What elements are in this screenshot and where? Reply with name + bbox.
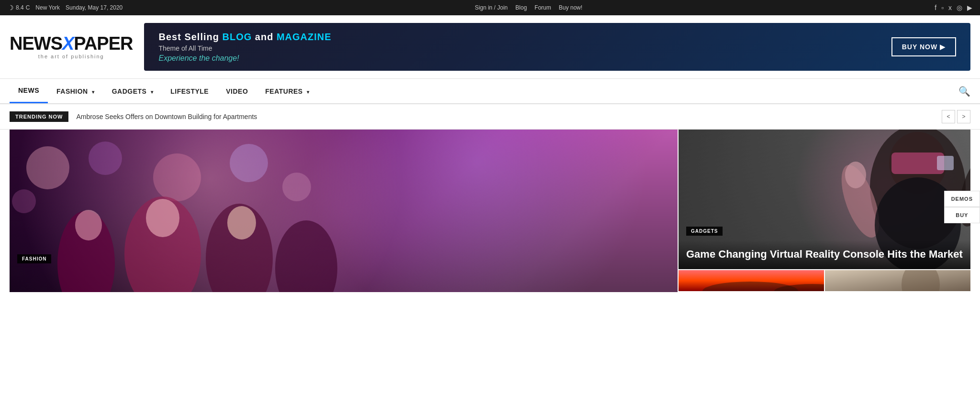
svg-point-1 xyxy=(89,142,122,175)
instagram-icon[interactable]: ▫ xyxy=(941,4,944,11)
trending-next-button[interactable]: > xyxy=(957,110,970,123)
svg-point-11 xyxy=(146,199,179,237)
ad-tagline: Experience the change! xyxy=(158,54,331,63)
logo-part1: NEWS xyxy=(10,33,62,54)
svg-point-9 xyxy=(275,220,337,292)
trending-bar: TRENDING NOW Ambrose Seeks Offers on Dow… xyxy=(0,104,980,130)
featured-right: GADGETS Game Changing Virtual Reality Co… xyxy=(679,130,970,292)
svg-point-0 xyxy=(26,146,69,189)
blog-link[interactable]: Blog xyxy=(515,4,527,11)
logo-part2: PAPER xyxy=(74,33,133,54)
bottom-thumb-1[interactable] xyxy=(679,270,824,291)
vr-article[interactable]: GADGETS Game Changing Virtual Reality Co… xyxy=(679,130,970,269)
nav-item-lifestyle[interactable]: LIFESTYLE xyxy=(162,80,217,103)
svg-point-3 xyxy=(230,144,268,182)
top-bar-left: ☽ 8.4 C New York Sunday, May 17, 2020 xyxy=(8,4,122,11)
svg-point-12 xyxy=(227,206,256,240)
logo-area: NEWSXPAPER the art of publishing xyxy=(10,34,133,59)
ad-text: Best Selling BLOG and MAGAZINE Theme of … xyxy=(158,32,331,63)
temperature: 8.4 xyxy=(16,4,24,11)
nav-items: NEWS FASHION ▾ GADGETS ▾ LIFESTYLE VIDEO… xyxy=(10,79,318,103)
demos-button[interactable]: DEMOS xyxy=(944,191,980,207)
sky-svg xyxy=(679,270,824,291)
svg-point-26 xyxy=(902,270,940,291)
date: Sunday, May 17, 2020 xyxy=(66,4,122,11)
svg-rect-17 xyxy=(937,156,954,170)
temp-unit: C xyxy=(26,4,30,11)
top-bar-center: Sign in / Join Blog Forum Buy now! xyxy=(475,4,582,11)
location: New York xyxy=(35,4,60,11)
gadgets-chevron: ▾ xyxy=(151,89,154,95)
trending-text: Ambrose Seeks Offers on Downtown Buildin… xyxy=(76,113,934,120)
bottom-thumbnails xyxy=(679,270,970,291)
weather-badge: ☽ 8.4 C xyxy=(8,4,30,11)
side-buttons: DEMOS BUY xyxy=(944,191,980,223)
facebook-icon[interactable]: f xyxy=(935,4,936,11)
svg-point-5 xyxy=(12,189,36,213)
ad-magazine-highlight: MAGAZINE xyxy=(277,32,332,42)
bottom-thumb-2[interactable] xyxy=(825,270,970,291)
ad-banner: Best Selling BLOG and MAGAZINE Theme of … xyxy=(144,23,970,71)
signin-link[interactable]: Sign in / Join xyxy=(475,4,508,11)
nav-item-news[interactable]: NEWS xyxy=(10,79,48,103)
top-bar-social: f ▫ x ◎ ▶ xyxy=(935,4,972,11)
party-image xyxy=(10,130,678,292)
vimeo-icon[interactable]: ◎ xyxy=(957,4,962,11)
header: NEWSXPAPER the art of publishing Best Se… xyxy=(0,15,980,78)
nav-item-fashion[interactable]: FASHION ▾ xyxy=(48,80,103,103)
top-bar: ☽ 8.4 C New York Sunday, May 17, 2020 Si… xyxy=(0,0,980,15)
trending-prev-button[interactable]: < xyxy=(942,110,955,123)
buy-now-link[interactable]: Buy now! xyxy=(559,4,582,11)
sky-image xyxy=(679,270,824,291)
ad-blog-highlight: BLOG xyxy=(223,32,252,42)
svg-point-10 xyxy=(75,210,102,240)
ad-main-text: Best Selling BLOG and MAGAZINE xyxy=(158,32,331,43)
vr-article-title: Game Changing Virtual Reality Console Hi… xyxy=(686,248,963,261)
nav-item-features[interactable]: FEATURES ▾ xyxy=(256,80,318,103)
trending-badge: TRENDING NOW xyxy=(10,111,68,122)
weather-icon: ☽ xyxy=(8,4,14,11)
ad-line1a: Best Selling xyxy=(158,32,222,42)
vr-article-title-overlay: Game Changing Virtual Reality Console Hi… xyxy=(679,240,970,269)
logo[interactable]: NEWSXPAPER xyxy=(10,34,133,53)
logo-x: X xyxy=(62,33,74,54)
youtube-icon[interactable]: ▶ xyxy=(967,4,972,11)
svg-point-4 xyxy=(282,173,311,201)
main-content: FASHION xyxy=(0,130,980,292)
ad-line1c: and xyxy=(252,32,277,42)
trending-nav: < > xyxy=(942,110,970,123)
svg-point-2 xyxy=(153,153,201,201)
person2-image xyxy=(825,270,970,291)
twitter-icon[interactable]: x xyxy=(948,4,952,11)
search-button[interactable]: 🔍 xyxy=(958,86,970,97)
svg-rect-16 xyxy=(891,153,944,174)
person2-svg xyxy=(825,270,970,291)
fashion-chevron: ▾ xyxy=(92,89,95,95)
ad-sub-text: Theme of All Time xyxy=(158,44,331,52)
forum-link[interactable]: Forum xyxy=(535,4,551,11)
left-article-category: FASHION xyxy=(17,254,51,263)
features-chevron: ▾ xyxy=(307,89,310,95)
vr-article-category: GADGETS xyxy=(686,227,723,236)
svg-rect-25 xyxy=(825,270,970,291)
main-nav: NEWS FASHION ▾ GADGETS ▾ LIFESTYLE VIDEO… xyxy=(0,78,980,104)
buy-button[interactable]: BUY xyxy=(944,207,980,223)
ad-buy-button[interactable]: BUY NOW xyxy=(891,37,956,56)
nav-item-video[interactable]: VIDEO xyxy=(217,80,256,103)
logo-subtitle: the art of publishing xyxy=(38,54,104,59)
svg-point-20 xyxy=(845,162,866,188)
featured-left-article[interactable]: FASHION xyxy=(10,130,678,292)
nav-item-gadgets[interactable]: GADGETS ▾ xyxy=(103,80,162,103)
party-svg xyxy=(10,130,678,292)
